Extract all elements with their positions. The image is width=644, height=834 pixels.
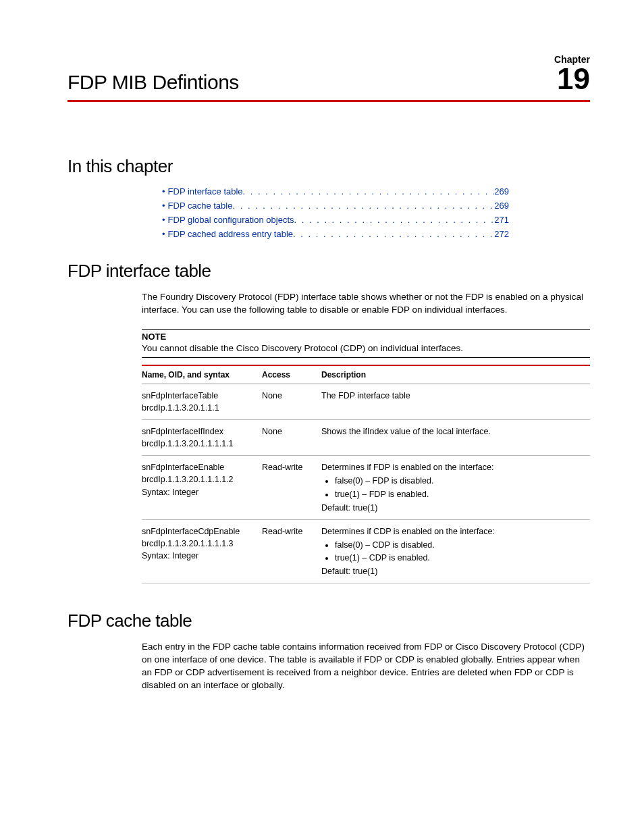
obj-name: snFdpInterfaceTable — [142, 390, 257, 402]
obj-oid: brcdIp.1.1.3.20.1.1.1.1.3 — [142, 538, 257, 550]
toc-leader: . . . . . . . . . . . . . . . . . . . . … — [293, 229, 494, 239]
section-intro: The Foundry Discovery Protocol (FDP) int… — [142, 291, 590, 317]
obj-desc-intro: Determines if FDP is enabled on the inte… — [321, 461, 585, 473]
toc-item[interactable]: • FDP cache table . . . . . . . . . . . … — [162, 201, 509, 211]
toc-item[interactable]: • FDP interface table . . . . . . . . . … — [162, 186, 509, 197]
obj-desc-default: Default: true(1) — [321, 502, 585, 514]
obj-access: Read-write — [262, 519, 321, 583]
section-intro: Each entry in the FDP cache table contai… — [142, 641, 590, 692]
toc-label: FDP cache table — [168, 201, 233, 211]
page-title: FDP MIB Defintions — [68, 71, 239, 94]
obj-access: None — [262, 420, 321, 456]
toc-label: FDP interface table — [168, 186, 243, 197]
col-description: Description — [321, 365, 590, 384]
obj-oid: brcdIp.1.1.3.20.1.1.1.1.2 — [142, 473, 257, 486]
bullet-icon: • — [162, 186, 165, 197]
toc-heading: In this chapter — [68, 156, 590, 177]
table-row: snFdpInterfaceIfIndex brcdIp.1.1.3.20.1.… — [142, 420, 590, 456]
obj-desc-opt: false(0) – CDP is disabled. — [335, 539, 585, 551]
toc-label: FDP global configuration objects — [168, 215, 294, 225]
note-label: NOTE — [142, 332, 590, 342]
section-heading-fdp-interface: FDP interface table — [68, 261, 590, 282]
toc: • FDP interface table . . . . . . . . . … — [162, 186, 509, 239]
chapter-number: 19 — [557, 62, 590, 96]
table-row: snFdpInterfaceCdpEnable brcdIp.1.1.3.20.… — [142, 519, 590, 583]
obj-access: Read-write — [262, 456, 321, 520]
obj-desc: Shows the ifIndex value of the local int… — [321, 420, 590, 456]
bullet-icon: • — [162, 215, 165, 225]
note-text: You cannot disable the Cisco Discovery P… — [142, 343, 590, 358]
obj-oid: brcdIp.1.1.3.20.1.1.1.1.1 — [142, 438, 257, 450]
table-header-row: Name, OID, and syntax Access Description — [142, 365, 590, 384]
toc-item[interactable]: • FDP cached address entry table . . . .… — [162, 229, 509, 239]
table-row: snFdpInterfaceTable brcdIp.1.1.3.20.1.1.… — [142, 384, 590, 419]
toc-page: 272 — [494, 229, 509, 239]
note-rule-top — [142, 329, 590, 330]
table-row: snFdpInterfaceEnable brcdIp.1.1.3.20.1.1… — [142, 456, 590, 520]
obj-access: None — [262, 384, 321, 419]
col-name: Name, OID, and syntax — [142, 365, 262, 384]
col-access: Access — [262, 365, 321, 384]
obj-desc-opt: true(1) – FDP is enabled. — [335, 488, 585, 500]
fdp-interface-table: Name, OID, and syntax Access Description… — [142, 365, 590, 584]
bullet-icon: • — [162, 201, 165, 211]
bullet-icon: • — [162, 229, 165, 239]
obj-desc-opt: true(1) – CDP is enabled. — [335, 552, 585, 564]
obj-name: snFdpInterfaceIfIndex — [142, 425, 257, 438]
toc-label: FDP cached address entry table — [168, 229, 293, 239]
obj-syntax: Syntax: Integer — [142, 550, 257, 562]
obj-desc: The FDP interface table — [321, 384, 590, 419]
obj-desc-default: Default: true(1) — [321, 565, 585, 577]
toc-leader: . . . . . . . . . . . . . . . . . . . . … — [232, 201, 494, 211]
toc-leader: . . . . . . . . . . . . . . . . . . . . … — [243, 186, 495, 197]
obj-name: snFdpInterfaceCdpEnable — [142, 525, 257, 538]
section-heading-fdp-cache: FDP cache table — [68, 610, 590, 631]
obj-name: snFdpInterfaceEnable — [142, 461, 257, 473]
obj-oid: brcdIp.1.1.3.20.1.1.1 — [142, 402, 257, 414]
obj-desc-opt: false(0) – FDP is disabled. — [335, 475, 585, 487]
obj-syntax: Syntax: Integer — [142, 486, 257, 498]
toc-page: 269 — [494, 186, 509, 197]
chapter-header: FDP MIB Defintions 19 — [68, 62, 590, 102]
toc-page: 271 — [494, 215, 509, 225]
toc-item[interactable]: • FDP global configuration objects . . .… — [162, 215, 509, 225]
toc-page: 269 — [494, 201, 509, 211]
obj-desc-intro: Determines if CDP is enabled on the inte… — [321, 525, 585, 538]
toc-leader: . . . . . . . . . . . . . . . . . . . . … — [294, 215, 495, 225]
